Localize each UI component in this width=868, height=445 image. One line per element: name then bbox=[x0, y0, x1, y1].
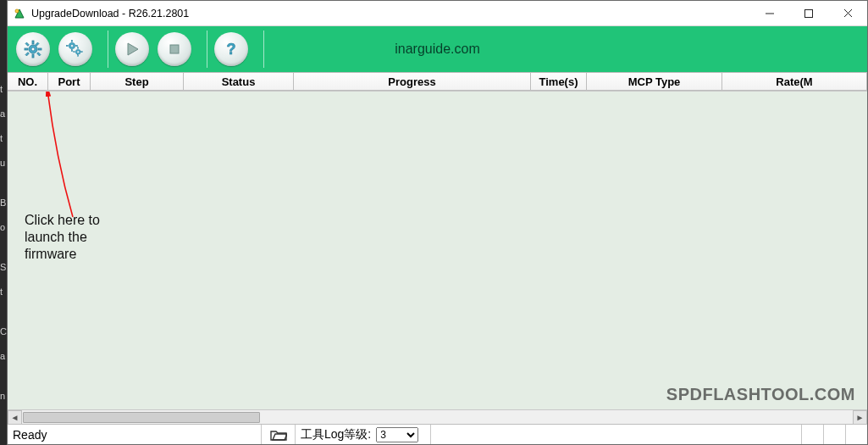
svg-rect-8 bbox=[32, 54, 34, 58]
col-mcp[interactable]: MCP Type bbox=[587, 73, 722, 90]
svg-rect-11 bbox=[25, 42, 29, 46]
double-gear-icon bbox=[65, 39, 86, 59]
table-header: NO. Port Step Status Progress Time(s) MC… bbox=[8, 72, 867, 91]
window-title: UpgradeDownload - R26.21.2801 bbox=[31, 8, 189, 19]
status-log-level: 工具Log等级: 3 bbox=[296, 425, 431, 444]
start-button[interactable] bbox=[115, 32, 149, 66]
svg-rect-20 bbox=[76, 45, 78, 47]
col-no[interactable]: NO. bbox=[8, 73, 48, 90]
table-body: Click here to launch the firmware SPDFLA… bbox=[8, 91, 867, 409]
svg-marker-27 bbox=[128, 43, 138, 55]
minimize-button[interactable] bbox=[750, 1, 789, 25]
col-port[interactable]: Port bbox=[48, 73, 91, 90]
col-rate[interactable]: Rate(M bbox=[722, 73, 867, 90]
svg-rect-7 bbox=[32, 41, 34, 44]
svg-rect-14 bbox=[25, 53, 29, 56]
svg-rect-2 bbox=[805, 9, 813, 17]
scroll-thumb[interactable] bbox=[23, 412, 260, 423]
svg-rect-24 bbox=[78, 55, 79, 57]
titlebar: UpgradeDownload - R26.21.2801 bbox=[8, 1, 867, 26]
status-folder-button[interactable] bbox=[262, 425, 296, 444]
svg-rect-23 bbox=[78, 47, 79, 49]
svg-rect-26 bbox=[81, 52, 83, 53]
svg-point-16 bbox=[71, 45, 74, 47]
window-controls bbox=[750, 1, 867, 25]
watermark: SPDFLASHTOOL.COM bbox=[666, 385, 855, 404]
statusbar: Ready 工具Log等级: 3 bbox=[8, 424, 867, 444]
annotation-text: Click here to launch the firmware bbox=[25, 212, 100, 263]
help-button[interactable]: ? bbox=[214, 32, 248, 66]
scroll-left-button[interactable]: ◄ bbox=[8, 410, 22, 425]
question-icon: ? bbox=[222, 40, 240, 58]
background-strip: tatuBoStCan bbox=[0, 25, 7, 445]
col-step[interactable]: Step bbox=[91, 73, 184, 90]
toolbar-separator bbox=[108, 31, 108, 68]
status-box bbox=[801, 425, 823, 444]
scroll-right-button[interactable]: ► bbox=[853, 410, 867, 425]
annotation-arrow-icon bbox=[39, 91, 90, 225]
gear-icon bbox=[23, 39, 43, 59]
svg-rect-28 bbox=[170, 45, 179, 53]
col-status[interactable]: Status bbox=[184, 73, 294, 90]
svg-rect-13 bbox=[36, 42, 39, 46]
svg-rect-17 bbox=[71, 40, 73, 42]
status-box bbox=[823, 425, 845, 444]
svg-point-22 bbox=[77, 51, 79, 53]
svg-point-0 bbox=[15, 9, 19, 13]
stop-button[interactable] bbox=[158, 32, 191, 66]
log-level-select[interactable]: 3 bbox=[376, 427, 418, 442]
svg-rect-9 bbox=[25, 48, 28, 50]
svg-rect-19 bbox=[66, 45, 68, 47]
status-ready: Ready bbox=[8, 425, 262, 444]
play-icon bbox=[124, 41, 141, 58]
multi-settings-button[interactable] bbox=[58, 32, 92, 66]
svg-rect-25 bbox=[74, 52, 75, 53]
svg-text:?: ? bbox=[227, 41, 236, 58]
app-window: UpgradeDownload - R26.21.2801 bbox=[7, 0, 868, 445]
col-time[interactable]: Time(s) bbox=[531, 73, 587, 90]
svg-rect-18 bbox=[71, 50, 73, 52]
svg-rect-12 bbox=[37, 53, 41, 56]
maximize-button[interactable] bbox=[789, 1, 828, 25]
toolbar-separator bbox=[263, 31, 264, 68]
app-icon bbox=[13, 7, 26, 20]
folder-open-icon bbox=[270, 429, 287, 441]
status-box bbox=[845, 425, 867, 444]
svg-point-6 bbox=[31, 47, 35, 51]
settings-button[interactable] bbox=[16, 32, 50, 66]
horizontal-scrollbar[interactable]: ◄ ► bbox=[8, 409, 867, 424]
toolbar: ? inarguide.com bbox=[8, 26, 867, 72]
stop-icon bbox=[166, 41, 183, 58]
svg-rect-10 bbox=[38, 48, 41, 50]
status-right-boxes bbox=[801, 425, 867, 444]
log-label: 工具Log等级: bbox=[301, 427, 371, 442]
close-button[interactable] bbox=[828, 1, 867, 25]
toolbar-separator bbox=[207, 31, 207, 68]
col-progress[interactable]: Progress bbox=[294, 73, 531, 90]
